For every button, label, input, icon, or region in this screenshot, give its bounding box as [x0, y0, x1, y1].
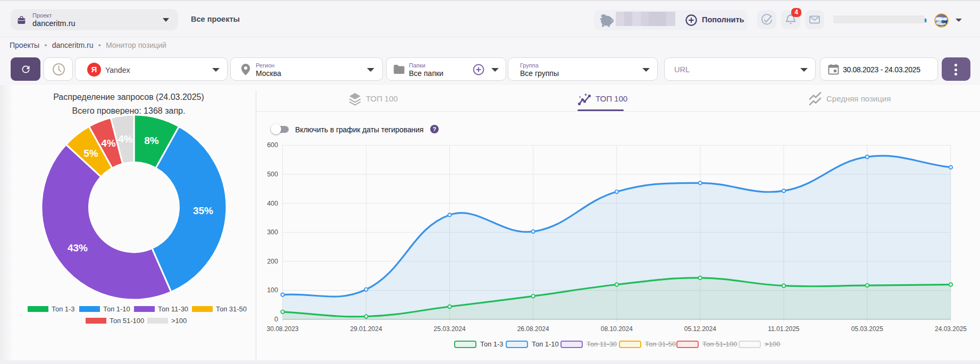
svg-text:0: 0	[274, 316, 278, 323]
svg-text:24.03.2025: 24.03.2025	[935, 325, 967, 333]
svg-text:35%: 35%	[193, 205, 213, 216]
svg-text:200: 200	[267, 258, 278, 265]
svg-text:500: 500	[267, 171, 278, 178]
svg-text:26.08.2024: 26.08.2024	[517, 325, 549, 333]
svg-text:30.08.2023: 30.08.2023	[266, 325, 298, 333]
svg-text:8%: 8%	[144, 135, 159, 146]
svg-text:400: 400	[267, 200, 278, 207]
svg-text:29.01.2024: 29.01.2024	[350, 325, 382, 333]
svg-text:08.10.2024: 08.10.2024	[601, 325, 633, 333]
svg-text:43%: 43%	[68, 242, 88, 253]
svg-text:300: 300	[267, 228, 278, 236]
svg-text:05.12.2024: 05.12.2024	[684, 325, 716, 333]
svg-text:100: 100	[267, 286, 278, 294]
svg-text:11.01.2025: 11.01.2025	[768, 325, 799, 333]
svg-text:600: 600	[267, 141, 278, 149]
svg-text:05.03.2025: 05.03.2025	[851, 325, 883, 333]
svg-text:5%: 5%	[83, 148, 98, 159]
svg-text:4%: 4%	[118, 133, 133, 145]
svg-text:4%: 4%	[101, 138, 116, 149]
svg-text:25.03.2024: 25.03.2024	[434, 325, 466, 333]
